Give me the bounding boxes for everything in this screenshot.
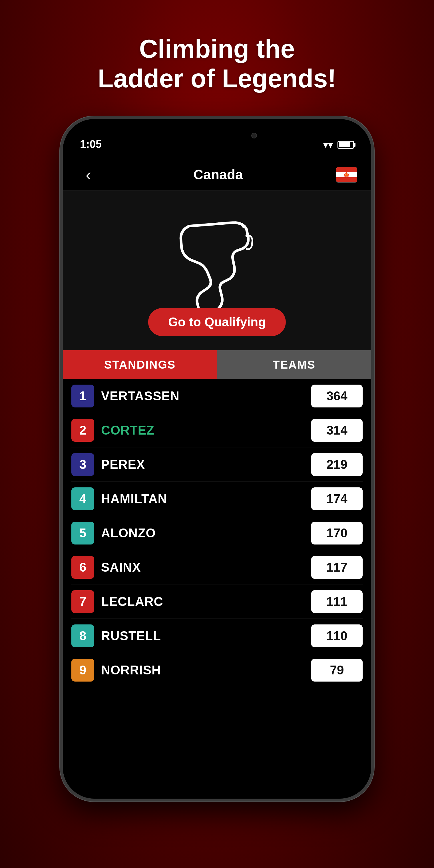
driver-name-6: SAINX	[101, 560, 304, 575]
standing-row-1: 1VERTASSEN364	[71, 379, 363, 413]
position-badge-6: 6	[71, 556, 94, 579]
nav-bar: ‹ Canada 🍁	[63, 159, 371, 190]
side-button-bottom	[372, 279, 374, 342]
status-bar: 1:05 ▾▾	[63, 119, 371, 159]
tab-teams[interactable]: TEAMS	[217, 350, 371, 379]
standing-row-2: 2CORTEZ314	[71, 413, 363, 447]
driver-name-7: LECLARC	[101, 594, 304, 609]
status-time: 1:05	[80, 138, 102, 153]
points-badge-9: 79	[311, 659, 363, 682]
standing-row-8: 8RUSTELL110	[71, 619, 363, 653]
standing-row-3: 3PEREX219	[71, 447, 363, 482]
driver-name-3: PEREX	[101, 457, 304, 472]
points-badge-4: 174	[311, 487, 363, 510]
canada-flag: 🍁	[336, 167, 357, 182]
driver-name-4: HAMILTAN	[101, 492, 304, 506]
standing-row-5: 5ALONZO170	[71, 516, 363, 550]
page-title-block: Climbing the Ladder of Legends!	[98, 0, 336, 93]
back-button[interactable]: ‹	[77, 163, 100, 186]
position-badge-2: 2	[71, 419, 94, 442]
camera-dot	[251, 133, 257, 138]
points-badge-5: 170	[311, 522, 363, 545]
battery-icon	[338, 141, 354, 149]
standing-row-6: 6SAINX117	[71, 550, 363, 585]
driver-name-8: RUSTELL	[101, 629, 304, 643]
points-badge-6: 117	[311, 556, 363, 579]
driver-name-5: ALONZO	[101, 526, 304, 540]
wifi-icon: ▾▾	[323, 139, 333, 151]
standings-list: 1VERTASSEN3642CORTEZ3143PEREX2194HAMILTA…	[63, 379, 371, 687]
tabs-row: STANDINGS TEAMS	[63, 350, 371, 379]
title-line1: Climbing the Ladder of Legends!	[98, 34, 336, 93]
driver-name-9: NORRISH	[101, 663, 304, 677]
standing-row-4: 4HAMILTAN174	[71, 482, 363, 516]
tab-standings[interactable]: STANDINGS	[63, 350, 217, 379]
points-badge-1: 364	[311, 384, 363, 407]
points-badge-7: 111	[311, 590, 363, 613]
position-badge-5: 5	[71, 522, 94, 545]
qualifying-button[interactable]: Go to Qualifying	[148, 308, 286, 336]
status-icons: ▾▾	[323, 139, 354, 153]
nav-title: Canada	[193, 167, 243, 182]
standing-row-7: 7LECLARC111	[71, 585, 363, 619]
position-badge-8: 8	[71, 624, 94, 647]
track-map-container: Go to Qualifying	[63, 190, 371, 350]
phone-mockup: 1:05 ▾▾ ‹ Canada 🍁	[60, 116, 374, 802]
notch	[177, 130, 257, 146]
position-badge-4: 4	[71, 487, 94, 510]
position-badge-7: 7	[71, 590, 94, 613]
side-button-top	[372, 233, 374, 268]
standing-row-9: 9NORRISH79	[71, 653, 363, 687]
phone-content: ‹ Canada 🍁 Go to Qualifying STANDINGS TE…	[63, 159, 371, 799]
driver-name-2: CORTEZ	[101, 423, 304, 437]
position-badge-1: 1	[71, 384, 94, 407]
driver-name-1: VERTASSEN	[101, 389, 304, 403]
position-badge-9: 9	[71, 659, 94, 682]
points-badge-8: 110	[311, 624, 363, 647]
points-badge-2: 314	[311, 419, 363, 442]
points-badge-3: 219	[311, 453, 363, 476]
position-badge-3: 3	[71, 453, 94, 476]
